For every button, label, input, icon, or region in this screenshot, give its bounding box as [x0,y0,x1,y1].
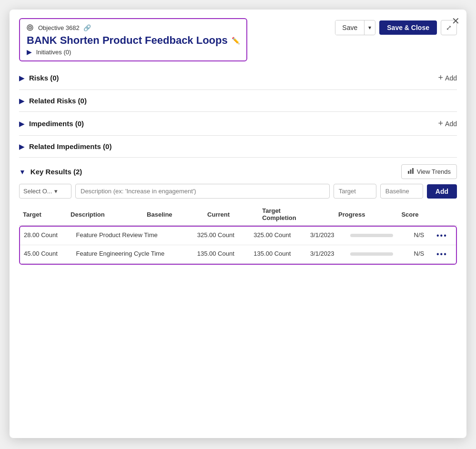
impediments-section-left: ▶ Impediments (0) [19,120,84,128]
kr2-description: Feature Engineering Cycle Time [72,245,193,264]
related-impediments-section-left: ▶ Related Impediments (0) [19,142,111,150]
objective-label-row: Objective 3682 🔗 [27,24,240,31]
link-icon[interactable]: 🔗 [83,24,91,31]
chevron-right-icon: ▶ [27,49,31,56]
related-impediments-section: ▶ Related Impediments (0) [19,136,457,158]
key-results-header: ▼ Key Results (2) View Trends [19,158,457,184]
related-risks-section: ▶ Related Risks (0) [19,90,457,112]
kr2-target: 45.00 Count [20,245,72,264]
col-baseline: Baseline [143,204,203,226]
kr2-completion: 3/1/2023 [306,245,346,264]
baseline-input[interactable] [380,184,423,199]
impediments-section: ▶ Impediments (0) + Add [19,112,457,136]
svg-rect-5 [412,168,414,174]
modal-header: Objective 3682 🔗 BANK Shorten Product Fe… [10,10,466,61]
kr2-actions: ••• [433,245,456,264]
save-dropdown-button[interactable]: ▾ [365,20,375,35]
save-button-group: Save ▾ [335,20,375,35]
col-progress: Progress [334,204,397,226]
more-actions-icon-2[interactable]: ••• [436,250,447,258]
kr-data-table: 28.00 Count Feature Product Review Time … [20,227,456,264]
progress-bar-bg [350,234,393,237]
plus-icon: + [438,73,444,83]
key-results-table: Target Description Baseline Current Targ… [19,204,457,226]
objective-title: BANK Shorten Product Feedback Loops ✏️ [27,34,240,47]
related-risks-toggle[interactable]: ▶ [19,97,24,105]
risks-toggle[interactable]: ▶ [19,74,24,82]
col-target-completion: TargetCompletion [258,204,334,226]
modal-body: ▶ Risks (0) + Add ▶ Related Risks (0) ▶ … [10,61,466,274]
svg-rect-4 [410,170,411,174]
chart-icon [407,168,414,176]
table-row: 45.00 Count Feature Engineering Cycle Ti… [20,245,456,264]
target-input[interactable] [334,184,376,199]
kr1-baseline: 325.00 Count [193,227,250,245]
select-placeholder: Select O... [23,188,52,195]
kr-rows-container: 28.00 Count Feature Product Review Time … [19,226,457,265]
kr1-target: 28.00 Count [20,227,72,245]
impediments-title: Impediments (0) [29,120,84,128]
risks-add-label: Add [445,74,457,82]
initiatives-row: ▶ Initiatives (0) [27,49,240,56]
kr1-actions: ••• [433,227,456,245]
more-actions-icon[interactable]: ••• [436,231,447,239]
related-impediments-toggle[interactable]: ▶ [19,143,24,150]
col-score: Score [397,204,443,226]
kr-table-header-row: Target Description Baseline Current Targ… [19,204,457,226]
kr1-progress [346,227,410,245]
impediments-toggle[interactable]: ▶ [19,120,24,128]
risks-title: Risks (0) [29,74,59,82]
kr2-score: N/S [410,245,433,264]
close-button[interactable]: ✕ [452,15,460,27]
related-risks-title: Related Risks (0) [29,97,87,105]
dropdown-chevron-icon: ▾ [54,188,58,195]
table-row: 28.00 Count Feature Product Review Time … [20,227,456,245]
kr2-progress [346,245,410,264]
related-risks-section-left: ▶ Related Risks (0) [19,97,87,105]
progress-bar-bg-2 [350,252,393,256]
key-results-title-row: ▼ Key Results (2) [19,168,82,176]
risks-add-button[interactable]: + Add [438,73,457,83]
plus-icon-2: + [438,119,444,129]
risks-section-left: ▶ Risks (0) [19,74,59,82]
col-actions [443,204,457,226]
kr2-current: 135.00 Count [250,245,306,264]
col-target: Target [19,204,67,226]
key-results-toggle[interactable]: ▼ [19,168,26,176]
impediments-add-button[interactable]: + Add [438,119,457,129]
description-input[interactable] [75,184,330,199]
view-trends-label: View Trends [417,168,451,175]
key-results-title: Key Results (2) [30,168,82,176]
add-kr-row: Select O... ▾ Add [19,184,457,199]
select-objective-dropdown[interactable]: Select O... ▾ [19,184,71,199]
impediments-add-label: Add [445,120,457,128]
kr-table-head: Target Description Baseline Current Targ… [19,204,457,226]
toolbar: Save ▾ Save & Close ⤢ [335,18,457,35]
objective-id: Objective 3682 [38,24,80,31]
save-close-button[interactable]: Save & Close [379,20,437,35]
kr1-current: 325.00 Count [250,227,306,245]
col-current: Current [203,204,258,226]
svg-point-2 [30,27,30,28]
kr-table-body: 28.00 Count Feature Product Review Time … [20,227,456,264]
add-kr-button[interactable]: Add [427,184,457,199]
view-trends-button[interactable]: View Trends [401,164,457,179]
save-button[interactable]: Save [335,20,365,35]
risks-section: ▶ Risks (0) + Add [19,66,457,90]
main-modal: ✕ Objective 3682 🔗 BANK Shorten Product … [10,10,466,438]
kr1-score: N/S [410,227,433,245]
related-impediments-title: Related Impediments (0) [29,142,111,150]
kr1-completion: 3/1/2023 [306,227,346,245]
edit-pencil-icon[interactable]: ✏️ [232,37,240,44]
target-icon [27,24,34,31]
svg-rect-3 [408,171,409,174]
objective-card: Objective 3682 🔗 BANK Shorten Product Fe… [19,18,247,61]
col-description: Description [67,204,143,226]
kr1-description: Feature Product Review Time [72,227,193,245]
kr2-baseline: 135.00 Count [193,245,250,264]
